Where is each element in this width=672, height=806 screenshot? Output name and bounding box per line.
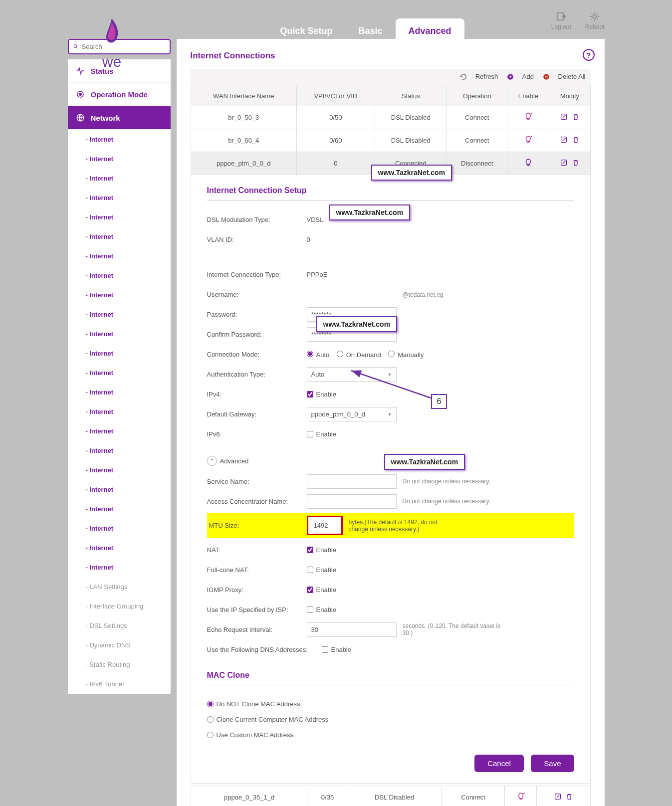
sub-internet-14[interactable]: - Internet	[68, 383, 171, 402]
sub-internet-9[interactable]: - Internet	[68, 285, 171, 305]
mac-noclone-radio[interactable]	[207, 701, 214, 707]
cell-modify	[549, 152, 590, 175]
cell-modify	[549, 106, 590, 129]
echo-input[interactable]	[307, 622, 397, 637]
sub-static-routing[interactable]: - Static Routing	[68, 655, 171, 674]
reboot-button[interactable]: Reboot	[585, 11, 605, 30]
refresh-button[interactable]: Refresh	[460, 73, 498, 80]
sub-internet-6[interactable]: - Internet	[68, 227, 171, 246]
edit-icon[interactable]	[560, 113, 568, 121]
sub-internet-17[interactable]: - Internet	[68, 441, 171, 460]
cell-operation[interactable]: Connect	[442, 786, 504, 806]
auth-type-label: Authentication Type:	[207, 371, 307, 378]
cell-vpi: 0/50	[297, 106, 375, 129]
sub-internet-12[interactable]: - Internet	[68, 344, 171, 363]
sub-internet-13[interactable]: - Internet	[68, 363, 171, 383]
save-button[interactable]: Save	[531, 755, 574, 772]
dns-checkbox[interactable]	[322, 646, 328, 653]
sub-internet-20[interactable]: - Internet	[68, 499, 171, 519]
sub-internet-7[interactable]: - Internet	[68, 246, 171, 266]
mac-clone-current-radio[interactable]	[207, 716, 214, 723]
mtu-input[interactable]	[310, 519, 340, 532]
sub-internet-21[interactable]: - Internet	[68, 519, 171, 538]
table-actions: Refresh Add Delete All	[191, 69, 591, 86]
sub-interface-grouping[interactable]: - Interface Grouping	[68, 597, 171, 616]
cell-enable[interactable]	[507, 106, 549, 129]
sub-dsl-settings[interactable]: - DSL Settings	[68, 616, 171, 635]
sub-internet-5[interactable]: - Internet	[68, 207, 171, 227]
sub-internet-8[interactable]: - Internet	[68, 266, 171, 285]
nat-checkbox[interactable]	[307, 547, 313, 553]
connmode-auto-radio[interactable]	[307, 351, 313, 357]
gateway-label: Default Gateway:	[207, 410, 307, 418]
table-row[interactable]: pppoe_0_35_1_d 0/35 DSL Disabled Connect	[191, 786, 590, 806]
sub-lan-settings[interactable]: - LAN Settings	[68, 577, 171, 597]
echo-label: Echo Request Interval:	[207, 626, 307, 633]
sub-internet-15[interactable]: - Internet	[68, 402, 171, 421]
sub-internet-23[interactable]: - Internet	[68, 558, 171, 577]
network-submenu: - Internet - Internet - Internet - Inter…	[68, 130, 171, 694]
bulb-icon	[516, 792, 525, 801]
sub-internet-22[interactable]: - Internet	[68, 538, 171, 558]
table-row[interactable]: br_0_60_4 0/60 DSL Disabled Connect	[191, 129, 590, 152]
sub-internet-2[interactable]: - Internet	[68, 149, 171, 169]
nav-operation-mode[interactable]: Operation Mode	[68, 83, 171, 106]
auth-type-select[interactable]: Auto	[307, 367, 397, 382]
trash-icon[interactable]	[572, 159, 580, 167]
table-row[interactable]: br_0_50_3 0/50 DSL Disabled Connect	[191, 106, 590, 129]
ip-isp-checkbox[interactable]	[307, 606, 313, 613]
mac-custom-radio[interactable]	[207, 732, 214, 738]
cell-modify	[536, 786, 590, 806]
sub-internet-10[interactable]: - Internet	[68, 305, 171, 324]
sub-internet-19[interactable]: - Internet	[68, 480, 171, 499]
cell-status: DSL Disabled	[375, 106, 447, 129]
service-name-input[interactable]	[307, 474, 397, 489]
ip-isp-label: Use the IP Specified by ISP:	[207, 606, 307, 613]
trash-icon[interactable]	[565, 793, 573, 801]
sub-internet-18[interactable]: - Internet	[68, 460, 171, 480]
bulb-icon	[524, 135, 533, 144]
cell-enable[interactable]	[505, 786, 537, 806]
cell-vpi: 0/35	[308, 786, 347, 806]
igmp-checkbox[interactable]	[307, 587, 313, 593]
logout-label: Log out	[551, 23, 571, 30]
nat-label: NAT:	[207, 546, 307, 554]
svg-line-9	[530, 113, 532, 114]
cancel-button[interactable]: Cancel	[474, 755, 524, 772]
delete-all-button[interactable]: Delete All	[543, 73, 586, 80]
advanced-toggle[interactable]: ⌃Advanced	[207, 456, 249, 466]
cell-operation[interactable]: Connect	[447, 106, 507, 129]
connmode-ondemand-radio[interactable]	[337, 351, 343, 357]
sub-ipv6-tunnel[interactable]: - IPv6 Tunnel	[68, 674, 171, 694]
cell-operation[interactable]: Connect	[447, 129, 507, 152]
sub-internet-1[interactable]: - Internet	[68, 130, 171, 149]
sub-internet-3[interactable]: - Internet	[68, 169, 171, 188]
brand-text: we	[98, 53, 126, 70]
edit-icon[interactable]	[560, 136, 568, 144]
edit-icon[interactable]	[554, 793, 562, 801]
cell-operation[interactable]: Disconnect	[447, 152, 507, 175]
connmode-manual-radio[interactable]	[388, 351, 395, 357]
bulb-icon	[524, 112, 533, 121]
sub-internet-4[interactable]: - Internet	[68, 188, 171, 207]
gateway-select[interactable]: pppoe_ptm_0_0_d	[307, 407, 397, 421]
mtu-hint: bytes.(The default is 1492, do not chang…	[349, 519, 448, 533]
logout-button[interactable]: Log out	[551, 11, 571, 30]
nav-network[interactable]: Network	[68, 106, 171, 130]
activity-icon	[76, 66, 85, 75]
trash-icon[interactable]	[572, 113, 580, 121]
fullcone-nat-checkbox[interactable]	[307, 567, 313, 573]
ac-name-input[interactable]	[307, 494, 397, 509]
edit-icon[interactable]	[560, 159, 568, 167]
help-icon[interactable]: ?	[583, 49, 595, 61]
sub-internet-16[interactable]: - Internet	[68, 421, 171, 441]
add-button[interactable]: Add	[507, 73, 534, 80]
cell-enable[interactable]	[507, 129, 549, 152]
sub-dynamic-dns[interactable]: - Dynamic DNS	[68, 635, 171, 655]
ipv4-enable-checkbox[interactable]	[307, 391, 313, 398]
sub-internet-11[interactable]: - Internet	[68, 324, 171, 344]
cell-enable[interactable]	[507, 152, 549, 175]
echo-hint: seconds. (0-120. The default value is 30…	[403, 622, 502, 636]
trash-icon[interactable]	[572, 136, 580, 144]
ipv6-enable-checkbox[interactable]	[307, 431, 313, 437]
